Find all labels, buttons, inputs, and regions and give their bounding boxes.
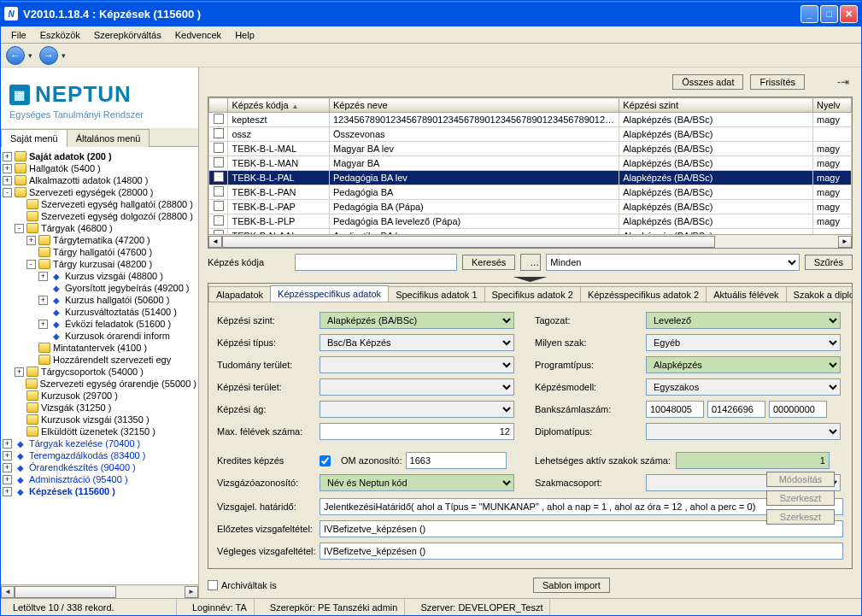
tree-item[interactable]: Mintatantervek (4100 ) — [3, 342, 196, 354]
tree-item[interactable]: ◆Gyorsított jegybeírás (49200 ) — [3, 282, 196, 294]
splitter[interactable] — [199, 276, 861, 283]
menu-file[interactable]: File — [4, 28, 33, 42]
grid-h-scrollbar[interactable]: ◄► — [208, 234, 852, 248]
collapse-icon[interactable]: - — [15, 224, 24, 233]
table-row[interactable]: osszÖsszevonasAlapképzés (BA/BSc) — [209, 127, 852, 142]
filter-select[interactable]: Minden — [546, 254, 799, 271]
tab-szakok[interactable]: Szakok a diplo — [786, 286, 852, 302]
tree-item[interactable]: +◆Tárgyak kezelése (70400 ) — [3, 437, 196, 449]
table-row[interactable]: TEBK-B-L-MANMagyar BAAlapképzés (BA/BSc)… — [209, 156, 852, 171]
tree-item[interactable]: Szervezeti egység dolgozói (28800 ) — [3, 210, 196, 222]
close-button[interactable]: ✕ — [840, 5, 858, 23]
menu-help[interactable]: Help — [228, 28, 261, 42]
sel-tagozat[interactable]: Levelező — [646, 312, 841, 329]
table-row[interactable]: TEBK-B-L-PALPedagógia BA levAlapképzés (… — [209, 171, 852, 185]
tree-item[interactable]: +◆Évközi feladatok (51600 ) — [3, 318, 196, 330]
sel-milyen-szak[interactable]: Egyéb — [646, 334, 841, 351]
tree-item[interactable]: +◆Adminisztráció (95400 ) — [3, 473, 196, 485]
sablon-import-button[interactable]: Sablon import — [533, 578, 610, 593]
modify-button[interactable]: Módosítás — [766, 472, 835, 487]
back-dropdown-icon[interactable]: ▾ — [28, 51, 32, 60]
tree-item[interactable]: +Tárgytematika (47200 ) — [3, 234, 196, 246]
tree-item[interactable]: Hozzárendelt szervezeti egy — [3, 354, 196, 366]
expand-icon[interactable]: + — [3, 152, 12, 161]
maximize-button[interactable]: □ — [820, 5, 838, 23]
tab-own-menu[interactable]: Saját menü — [1, 129, 67, 147]
forward-button[interactable]: → — [39, 46, 58, 65]
tree-item[interactable]: -Szervezeti egységek (28000 ) — [3, 186, 196, 198]
row-checkbox[interactable] — [214, 157, 224, 167]
nav-tree[interactable]: +Saját adatok (200 )+Hallgatók (5400 )+A… — [1, 147, 198, 584]
tree-item[interactable]: -Tárgyak (46800 ) — [3, 222, 196, 234]
edit-button-2[interactable]: Szerkeszt — [766, 509, 835, 525]
expand-icon[interactable]: + — [38, 320, 48, 329]
inp-om[interactable] — [406, 452, 507, 469]
sel-programtipus[interactable]: Alapképzés — [646, 356, 841, 373]
tree-item[interactable]: +◆Órarendkészítés (90400 ) — [3, 461, 196, 473]
expand-icon[interactable]: + — [3, 487, 12, 496]
inp-bank-2[interactable] — [707, 401, 765, 418]
inp-aktiv-szakok[interactable] — [676, 452, 830, 469]
table-row[interactable]: TEBK-B-L-PAPPedagógia BA (Pápa)Alapképzé… — [209, 200, 852, 214]
sel-kepzesi-tipus[interactable]: Bsc/Ba Képzés — [320, 334, 514, 351]
tree-item[interactable]: Szervezeti egység órarendje (55000 ) — [3, 378, 196, 390]
tab-general-menu[interactable]: Általános menü — [67, 129, 150, 147]
tree-item[interactable]: Szervezeti egység hallgatói (28800 ) — [3, 198, 196, 210]
expand-icon[interactable]: + — [3, 176, 12, 185]
tree-item[interactable]: +◆Képzések (115600 ) — [3, 485, 196, 497]
chk-archive[interactable] — [208, 580, 218, 590]
sel-kepzesi-terulet[interactable] — [320, 378, 514, 396]
expand-icon[interactable]: + — [3, 439, 12, 449]
tab-aktualis[interactable]: Aktuális félévek — [706, 286, 786, 302]
tree-item[interactable]: +◆Kurzus hallgatói (50600 ) — [3, 294, 196, 306]
row-checkbox[interactable] — [214, 186, 224, 197]
search-input[interactable] — [295, 254, 457, 271]
table-row[interactable]: TEBK-B-L-PANPedagógia BAAlapképzés (BA/B… — [209, 185, 852, 200]
tab-spec2[interactable]: Specifikus adatok 2 — [484, 286, 581, 302]
tree-item[interactable]: Kurzusok (29700 ) — [3, 390, 196, 402]
edit-button-1[interactable]: Szerkeszt — [766, 490, 835, 506]
chk-kredites[interactable] — [320, 455, 331, 466]
tree-item[interactable]: +◆Teremgazdálkodás (83400 ) — [3, 449, 196, 461]
col-checkbox[interactable] — [209, 98, 228, 113]
sel-tudomany[interactable] — [320, 356, 514, 373]
inp-vegleges[interactable] — [320, 543, 843, 560]
sel-vizsga-azon[interactable]: Név és Neptun kód — [320, 474, 514, 491]
refresh-button[interactable]: Frissítés — [750, 74, 805, 90]
table-row[interactable]: kepteszt12345678901234567890123456789012… — [209, 113, 852, 127]
sel-kepzesmodell[interactable]: Egyszakos — [646, 378, 841, 396]
tab-kepzesspecifikus[interactable]: Képzésspecifikus adatok — [270, 285, 389, 302]
search-more-button[interactable]: … — [520, 254, 541, 271]
row-checkbox[interactable] — [214, 143, 224, 153]
sel-kepzesi-szint[interactable]: Alapképzés (BA/BSc) — [320, 312, 514, 329]
tree-item[interactable]: Kurzusok vizsgái (31350 ) — [3, 414, 196, 425]
expand-icon[interactable]: + — [26, 236, 36, 245]
menu-fav[interactable]: Kedvencek — [168, 28, 228, 42]
row-checkbox[interactable] — [214, 128, 224, 138]
search-button[interactable]: Keresés — [462, 255, 515, 270]
inp-bank-1[interactable] — [646, 401, 704, 418]
tree-item[interactable]: Tárgy hallgatói (47600 ) — [3, 246, 196, 258]
pin-icon[interactable]: -⇥ — [837, 76, 849, 88]
col-name[interactable]: Képzés neve — [329, 98, 619, 113]
collapse-icon[interactable]: - — [26, 260, 36, 269]
tree-item[interactable]: +Saját adatok (200 ) — [3, 150, 196, 162]
expand-icon[interactable]: + — [3, 463, 12, 472]
collapse-icon[interactable]: - — [3, 188, 12, 197]
expand-icon[interactable]: + — [15, 367, 24, 377]
expand-icon[interactable]: + — [3, 451, 12, 461]
inp-max-felevek[interactable] — [320, 423, 514, 440]
row-checkbox[interactable] — [214, 215, 224, 226]
tree-item[interactable]: ◆Kurzusváltoztatás (51400 ) — [3, 306, 196, 318]
col-lang[interactable]: Nyelv — [813, 98, 852, 113]
expand-icon[interactable]: + — [38, 272, 48, 281]
col-level[interactable]: Képzési szint — [619, 98, 813, 113]
tree-item[interactable]: +Alkalmazotti adatok (14800 ) — [3, 174, 196, 186]
tree-h-scrollbar[interactable]: ◄► — [1, 584, 198, 598]
tree-item[interactable]: ◆Kurzusok órarendi inform — [3, 330, 196, 342]
table-row[interactable]: TEBK-B-L-MALMagyar BA levAlapképzés (BA/… — [209, 142, 852, 156]
minimize-button[interactable]: _ — [800, 5, 818, 23]
expand-icon[interactable]: + — [38, 296, 48, 305]
inp-bank-3[interactable] — [769, 401, 827, 418]
forward-dropdown-icon[interactable]: ▾ — [62, 51, 66, 60]
